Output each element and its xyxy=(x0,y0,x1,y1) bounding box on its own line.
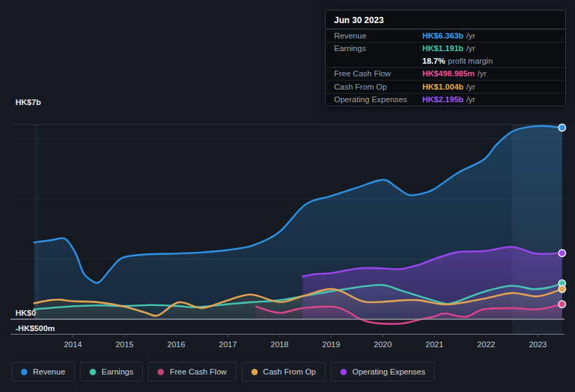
legend-item-earnings[interactable]: Earnings xyxy=(80,362,143,382)
y-axis-label: HK$7b xyxy=(15,98,41,106)
financial-history-widget: HK$7bHK$0-HK$500m20142015201620172018201… xyxy=(0,0,575,392)
tooltip-row: Cash From OpHK$1.004b/yr xyxy=(326,80,565,94)
legend-color-dot xyxy=(158,369,164,375)
legend-color-dot xyxy=(21,369,27,375)
tooltip-row-label: Free Cash Flow xyxy=(334,69,422,78)
tooltip-row: RevenueHK$6.363b/yr xyxy=(326,29,565,43)
tooltip-row-suffix: /yr xyxy=(466,44,476,52)
x-axis-label: 2023 xyxy=(529,340,547,349)
legend-color-dot xyxy=(251,369,258,375)
tooltip-row-label: Earnings xyxy=(334,44,422,52)
chart-legend: RevenueEarningsFree Cash FlowCash From O… xyxy=(11,362,435,382)
legend-label: Free Cash Flow xyxy=(169,368,226,376)
datapoint-marker-cash-from-op[interactable] xyxy=(559,286,566,293)
datapoint-marker-revenue[interactable] xyxy=(559,124,566,131)
legend-item-cash-from-op[interactable]: Cash From Op xyxy=(242,362,326,382)
x-axis-label: 2016 xyxy=(167,340,186,349)
x-axis-label: 2015 xyxy=(116,340,134,349)
tooltip-row-value: 18.7% xyxy=(422,57,445,65)
tooltip-row-value: HK$2.195b xyxy=(422,95,464,104)
datapoint-marker-operating-expenses[interactable] xyxy=(559,250,566,257)
legend-item-revenue[interactable]: Revenue xyxy=(11,362,75,382)
x-axis-label: 2022 xyxy=(477,340,495,349)
x-axis-label: 2014 xyxy=(64,340,82,349)
tooltip-row-value: HK$1.004b xyxy=(422,83,464,91)
tooltip-row-suffix: /yr xyxy=(478,69,487,78)
legend-color-dot xyxy=(340,369,347,375)
legend-item-free-cash-flow[interactable]: Free Cash Flow xyxy=(148,362,236,382)
tooltip-date: Jun 30 2023 xyxy=(326,10,565,29)
x-axis-label: 2017 xyxy=(219,340,237,349)
plot-area[interactable] xyxy=(34,126,562,324)
tooltip-row: Operating ExpensesHK$2.195b/yr xyxy=(326,94,565,106)
legend-label: Operating Expenses xyxy=(352,368,425,376)
legend-color-dot xyxy=(90,369,96,375)
legend-item-operating-expenses[interactable]: Operating Expenses xyxy=(331,362,435,382)
tooltip-row-value: HK$498.985m xyxy=(422,69,475,78)
tooltip-row-label: Cash From Op xyxy=(334,83,422,91)
chart-tooltip: Jun 30 2023 RevenueHK$6.363b/yrEarningsH… xyxy=(325,10,566,106)
tooltip-row-suffix: /yr xyxy=(466,31,476,40)
tooltip-row-suffix: /yr xyxy=(466,83,476,91)
tooltip-row-suffix: profit margin xyxy=(448,57,493,65)
legend-label: Cash From Op xyxy=(263,368,316,376)
tooltip-row: 18.7%profit margin xyxy=(326,55,565,68)
tooltip-row-suffix: /yr xyxy=(466,95,476,104)
tooltip-row: EarningsHK$1.191b/yr xyxy=(326,43,565,55)
tooltip-row-label: Revenue xyxy=(334,31,422,40)
x-axis-label: 2019 xyxy=(322,340,340,349)
legend-label: Earnings xyxy=(102,368,133,376)
x-axis-label: 2020 xyxy=(374,340,392,349)
tooltip-row-value: HK$1.191b xyxy=(422,44,464,52)
tooltip-row: Free Cash FlowHK$498.985m/yr xyxy=(326,68,565,81)
x-axis-label: 2021 xyxy=(426,340,444,349)
tooltip-row-label: Operating Expenses xyxy=(334,95,422,104)
legend-label: Revenue xyxy=(33,368,65,376)
y-axis-label: HK$0 xyxy=(15,309,36,317)
datapoint-marker-free-cash-flow[interactable] xyxy=(559,301,566,308)
y-axis-label: -HK$500m xyxy=(15,324,55,332)
tooltip-row-value: HK$6.363b xyxy=(422,31,464,40)
x-axis-label: 2018 xyxy=(270,340,289,349)
